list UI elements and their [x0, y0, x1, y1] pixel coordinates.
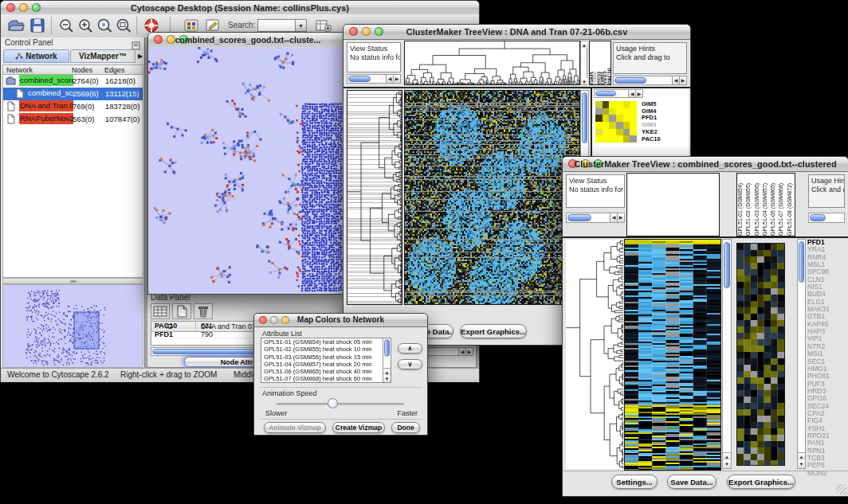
scroll-up-arrow[interactable]: ▲: [581, 41, 587, 48]
network-list-row[interactable]: DNA and Tran 07 769(0) 183728(0): [3, 100, 143, 113]
gene-label[interactable]: MSI1: [807, 350, 847, 357]
tv1-export-graphics-button[interactable]: Export Graphics...: [460, 324, 527, 338]
scroll-thumb[interactable]: [348, 76, 371, 82]
tv2-save-data-button[interactable]: Save Data...: [667, 475, 716, 489]
annotation-button[interactable]: [204, 18, 222, 33]
save-session-button[interactable]: [29, 18, 46, 33]
search-dropdown-arrow[interactable]: ▼: [295, 19, 307, 32]
attribute-list-item[interactable]: GPL51-07 (GSM868) heat shock 60 min: [261, 375, 383, 382]
zoom-in-button[interactable]: [77, 18, 94, 33]
network-view-titlebar[interactable]: combined_scores_good.txt--cluste...: [148, 33, 347, 48]
open-session-button[interactable]: [7, 18, 25, 33]
gene-label[interactable]: HRD3: [807, 388, 847, 395]
gene-label[interactable]: ELG1: [807, 299, 847, 306]
panel-splitter[interactable]: [2, 278, 143, 284]
tv2-gene-dendrogram[interactable]: [566, 240, 623, 469]
treeview2-titlebar[interactable]: ClusterMaker TreeView : combined_scores_…: [563, 157, 848, 172]
vscroll-thumb[interactable]: [799, 241, 804, 283]
scroll-up-arrow[interactable]: ▲: [798, 452, 805, 460]
gene-label[interactable]: RPO21: [807, 432, 847, 440]
import-table-button[interactable]: [314, 18, 332, 33]
attribute-list-item[interactable]: GPL51-01 (GSM854) heat shock 05 min: [261, 338, 383, 346]
gene-label[interactable]: HAP3: [807, 328, 847, 335]
scroll-thumb[interactable]: [614, 77, 646, 84]
scroll-right-arrow[interactable]: ▶: [679, 76, 686, 84]
gene-label[interactable]: CLN1: [807, 276, 847, 283]
gene-label[interactable]: SEC1: [807, 358, 847, 365]
tv1-gene-dendrogram[interactable]: [347, 90, 402, 305]
network-list-row[interactable]: combined_scores 2764(0) 16218(0): [3, 75, 143, 88]
gene-label[interactable]: YRA1: [807, 246, 847, 253]
scroll-down-arrow[interactable]: ▼: [798, 460, 805, 468]
attribute-list-item[interactable]: GPL51-04 (GSM857) heat shock 20 min: [261, 361, 383, 368]
new-attribute-button[interactable]: [172, 303, 191, 319]
gene-label[interactable]: RPN1: [807, 447, 847, 455]
gene-label[interactable]: YSH1: [807, 425, 847, 432]
tv1-column-dendrogram[interactable]: [404, 41, 580, 85]
scroll-left-arrow[interactable]: ◀: [672, 76, 679, 84]
network-list-row[interactable]: combined_sco 2569(6) 13112(15): [3, 88, 143, 100]
tv1-heatmap[interactable]: [404, 90, 580, 305]
gene-label[interactable]: VIP1: [807, 335, 847, 342]
scroll-right-arrow[interactable]: ▶: [635, 90, 642, 97]
zoom-out-button[interactable]: [57, 18, 75, 33]
dialog-titlebar[interactable]: Map Colors to Network: [254, 314, 427, 327]
gene-label[interactable]: PHO81: [807, 373, 847, 380]
scroll-thumb[interactable]: [567, 214, 591, 221]
gene-label[interactable]: MSL1: [807, 261, 847, 268]
tv2-settings-button[interactable]: Settings...: [611, 475, 658, 489]
gene-label[interactable]: TCB3: [807, 455, 847, 462]
gene-label[interactable]: GPI16: [807, 395, 847, 402]
column-label[interactable]: YKE2: [603, 41, 607, 84]
scroll-left-arrow[interactable]: ◀: [610, 213, 617, 222]
done-button[interactable]: Done: [391, 422, 420, 433]
search-input[interactable]: [257, 19, 296, 32]
gene-label[interactable]: SEC24: [807, 403, 847, 410]
move-down-button[interactable]: ∨: [398, 359, 422, 369]
vscroll-thumb[interactable]: [582, 92, 587, 143]
tab-network[interactable]: Network: [3, 49, 69, 63]
column-label[interactable]: GPL51-04 (GSM857): [762, 174, 770, 236]
column-label[interactable]: GPL51-07 (GSM868): [778, 174, 786, 236]
column-label[interactable]: GIM4: [593, 41, 596, 84]
tv2-column-dendrogram-area[interactable]: [626, 173, 720, 236]
tv1-summary-hscrollbar[interactable]: ◀ ▶: [594, 89, 643, 98]
scroll-left-arrow[interactable]: ◀: [628, 90, 635, 97]
tv2-heatmap[interactable]: [624, 239, 721, 471]
gene-label[interactable]: FIG4: [807, 417, 847, 424]
column-label[interactable]: GPL51-01 (GSM854): [737, 174, 745, 236]
gene-label[interactable]: PEP5: [807, 462, 847, 469]
speed-slider-thumb[interactable]: [328, 398, 338, 408]
gene-label[interactable]: PUF3: [807, 381, 847, 388]
birdseye-canvas[interactable]: [3, 285, 143, 367]
gene-label[interactable]: GTB1: [807, 313, 847, 320]
network-view-canvas[interactable]: [148, 47, 346, 293]
treeview1-titlebar[interactable]: ClusterMaker TreeView : DNA and Tran 07-…: [344, 25, 690, 40]
column-label[interactable]: GPL51-03 (GSM856): [754, 174, 762, 236]
column-label[interactable]: GPL51-02 (GSM855): [745, 174, 753, 236]
help-button[interactable]: [143, 18, 160, 33]
animate-vizmap-button[interactable]: Animate Vizmap: [264, 422, 326, 433]
gene-label[interactable]: BUD4: [807, 291, 847, 298]
more-tabs-arrow[interactable]: ▶: [138, 53, 143, 60]
attribute-list-item[interactable]: GPL51-03 (GSM856) heat shock 15 min: [261, 354, 383, 361]
gene-label[interactable]: RNR4: [807, 254, 847, 261]
scroll-down-arrow[interactable]: ▼: [723, 460, 731, 468]
select-attributes-button[interactable]: [151, 303, 170, 319]
tv1-mini-vscrollbar[interactable]: ▲ ▼: [580, 41, 587, 85]
gene-label[interactable]: SPC98: [807, 268, 847, 275]
column-label[interactable]: GPL51-06 (GSM865): [770, 174, 778, 236]
scroll-up-arrow[interactable]: ▲: [383, 368, 391, 375]
summary-label[interactable]: PAC10: [642, 136, 661, 143]
attribute-list-item[interactable]: GPL51-06 (GSM865) heat shock 40 min: [261, 368, 383, 375]
scroll-down-arrow[interactable]: ▼: [581, 78, 587, 84]
scroll-thumb[interactable]: [810, 214, 826, 221]
gene-label[interactable]: NTR2: [807, 343, 847, 350]
scroll-down-arrow[interactable]: ▼: [383, 375, 391, 382]
tab-vizmapper[interactable]: VizMapper™: [70, 49, 135, 63]
speed-slider-track[interactable]: [277, 403, 404, 405]
tv2-export-graphics-button[interactable]: Export Graphics...: [727, 475, 795, 489]
tv1-usage-scrollbar[interactable]: ◀ ▶: [613, 76, 687, 85]
tv2-zoomed-heatmap[interactable]: [736, 243, 785, 466]
attribute-list-item[interactable]: GPL51-02 (GSM855) heat shock 10 min: [261, 346, 383, 353]
